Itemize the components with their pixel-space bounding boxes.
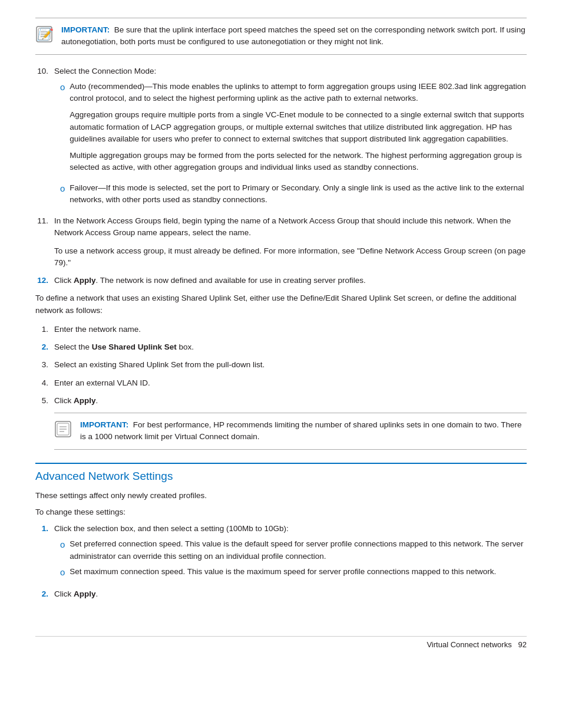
item-11: 11. In the Network Access Groups field, … <box>35 215 527 239</box>
item-11-number: 11. <box>35 215 52 227</box>
bottom-important-icon <box>54 420 72 438</box>
advanced-intro1: These settings affect only newly created… <box>35 490 527 502</box>
item-11-text: In the Network Access Groups field, begi… <box>54 216 511 237</box>
step-5-apply: Apply <box>74 396 96 405</box>
step-4: 4. Enter an external VLAN ID. <box>35 377 527 389</box>
step-4-content: Enter an external VLAN ID. <box>54 377 527 389</box>
step-1: 1. Enter the network name. <box>35 324 527 335</box>
bullet-auto-sub1: Aggregation groups require multiple port… <box>70 109 527 145</box>
advanced-step-1-bullets: o Set preferred connection speed. This v… <box>60 538 527 579</box>
item-10-text: Select the Connection Mode: <box>54 67 156 75</box>
top-important-label: IMPORTANT: <box>61 25 110 34</box>
bottom-important-label: IMPORTANT: <box>80 420 128 429</box>
item-11-content: In the Network Access Groups field, begi… <box>54 215 527 239</box>
bullet-failover-content: Failover—If this mode is selected, set t… <box>70 182 527 206</box>
advanced-step-1-content: Click the selection box, and then select… <box>54 523 527 582</box>
advanced-bullet-dot-2: o <box>60 566 65 579</box>
top-important-text: IMPORTANT: Be sure that the uplink inter… <box>61 24 527 48</box>
step-5-content: Click Apply. <box>54 395 527 407</box>
item-10-number: 10. <box>35 65 52 77</box>
advanced-step-2: 2. Click Apply. <box>35 588 527 600</box>
step-3: 3. Select an existing Shared Uplink Set … <box>35 359 527 371</box>
advanced-network-heading: Advanced Network Settings <box>35 463 527 483</box>
item-12-content: Click Apply. The network is now defined … <box>54 275 527 286</box>
step-5: 5. Click Apply. <box>35 395 527 407</box>
step-2-number: 2. <box>35 341 52 353</box>
bottom-important-text: IMPORTANT: For best performance, HP reco… <box>80 419 527 443</box>
advanced-intro2: To change these settings: <box>35 506 527 518</box>
step-2-content: Select the Use Shared Uplink Set box. <box>54 341 527 353</box>
item-10: 10. Select the Connection Mode: o Auto (… <box>35 65 527 210</box>
step-2-bold: Use Shared Uplink Set <box>92 342 177 351</box>
bullet-auto-content: Auto (recommended)—This mode enables the… <box>70 81 527 179</box>
bullet-auto: o Auto (recommended)—This mode enables t… <box>60 81 527 179</box>
advanced-step-1-number: 1. <box>35 523 52 535</box>
advanced-step-1: 1. Click the selection box, and then sel… <box>35 523 527 582</box>
footer-page-num: 92 <box>518 640 527 649</box>
footer-label: Virtual Connect networks <box>427 640 511 649</box>
bullet-auto-text: Auto (recommended)—This mode enables the… <box>70 82 525 103</box>
item-12-number: 12. <box>35 275 52 286</box>
item-12: 12. Click Apply. The network is now defi… <box>35 275 527 286</box>
advanced-bullet-2-content: Set maximum connection speed. This value… <box>70 566 527 578</box>
transition-para: To define a network that uses an existin… <box>35 292 527 317</box>
item-12-apply: Apply <box>74 276 96 285</box>
advanced-bullet-1: o Set preferred connection speed. This v… <box>60 538 527 562</box>
step-1-content: Enter the network name. <box>54 324 527 335</box>
page-footer: Virtual Connect networks 92 <box>35 636 527 649</box>
bullet-failover: o Failover—If this mode is selected, set… <box>60 182 527 206</box>
item-10-bullets: o Auto (recommended)—This mode enables t… <box>60 81 527 206</box>
item-10-content: Select the Connection Mode: o Auto (reco… <box>54 65 527 210</box>
page-container: 📝 IMPORTANT: Be sure that the uplink int… <box>0 0 562 673</box>
step-2: 2. Select the Use Shared Uplink Set box. <box>35 341 527 353</box>
footer-text: Virtual Connect networks 92 <box>427 640 527 649</box>
advanced-step-2-number: 2. <box>35 588 52 600</box>
bottom-important-box: IMPORTANT: For best performance, HP reco… <box>54 413 527 450</box>
bullet-dot-auto: o <box>60 81 65 94</box>
advanced-bullet-dot-1: o <box>60 538 65 552</box>
advanced-bullet-1-content: Set preferred connection speed. This val… <box>70 538 527 562</box>
bullet-auto-sub2: Multiple aggregation groups may be forme… <box>70 150 527 174</box>
bullet-dot-failover: o <box>60 182 65 196</box>
important-icon: 📝 <box>35 25 53 43</box>
step-3-number: 3. <box>35 359 52 371</box>
bottom-important-body: For best performance, HP recommends limi… <box>80 420 522 441</box>
top-important-box: 📝 IMPORTANT: Be sure that the uplink int… <box>35 18 527 55</box>
advanced-bullet-2: o Set maximum connection speed. This val… <box>60 566 527 579</box>
advanced-step-2-content: Click Apply. <box>54 588 527 600</box>
top-important-body: Be sure that the uplink interface port s… <box>61 25 525 46</box>
step-3-content: Select an existing Shared Uplink Set fro… <box>54 359 527 371</box>
step-4-number: 4. <box>35 377 52 389</box>
step-5-number: 5. <box>35 395 52 407</box>
bullet-failover-text: Failover—If this mode is selected, set t… <box>70 183 524 204</box>
item-11-continuation: To use a network access group, it must a… <box>54 245 527 269</box>
advanced-step-2-apply: Apply <box>74 589 96 598</box>
step-1-number: 1. <box>35 324 52 335</box>
